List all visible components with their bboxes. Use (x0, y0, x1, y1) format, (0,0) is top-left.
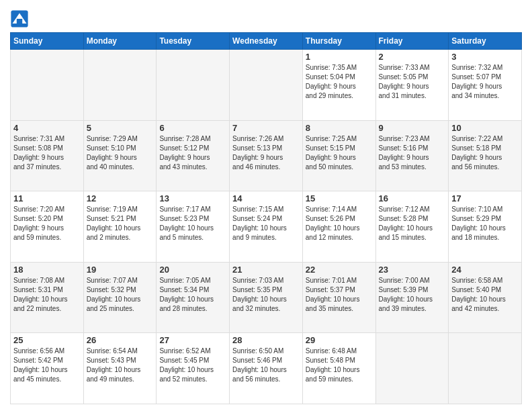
day-number: 28 (232, 335, 300, 345)
day-number: 3 (451, 52, 519, 62)
day-info: Sunrise: 6:52 AM Sunset: 5:45 PM Dayligh… (159, 347, 226, 384)
calendar-cell: 5Sunrise: 7:29 AM Sunset: 5:10 PM Daylig… (83, 120, 157, 191)
weekday-header-row: SundayMondayTuesdayWednesdayThursdayFrid… (11, 33, 522, 50)
day-info: Sunrise: 6:56 AM Sunset: 5:42 PM Dayligh… (13, 347, 81, 384)
day-number: 11 (13, 193, 81, 203)
weekday-header-sunday: Sunday (11, 33, 84, 50)
day-number: 27 (159, 335, 226, 345)
calendar-cell (375, 333, 449, 404)
day-number: 12 (87, 193, 154, 203)
day-number: 2 (379, 52, 446, 62)
calendar-table: SundayMondayTuesdayWednesdayThursdayFrid… (10, 32, 522, 404)
day-number: 19 (87, 265, 154, 275)
calendar-cell: 29Sunrise: 6:48 AM Sunset: 5:48 PM Dayli… (302, 333, 375, 404)
day-number: 8 (306, 123, 373, 133)
day-number: 5 (87, 123, 154, 133)
day-info: Sunrise: 7:23 AM Sunset: 5:16 PM Dayligh… (379, 134, 446, 172)
day-info: Sunrise: 7:33 AM Sunset: 5:05 PM Dayligh… (379, 63, 446, 101)
calendar-cell: 26Sunrise: 6:54 AM Sunset: 5:43 PM Dayli… (83, 333, 157, 404)
day-number: 4 (13, 123, 81, 133)
calendar-cell: 3Sunrise: 7:32 AM Sunset: 5:07 PM Daylig… (449, 50, 522, 121)
day-info: Sunrise: 7:05 AM Sunset: 5:34 PM Dayligh… (159, 276, 226, 314)
calendar-cell: 27Sunrise: 6:52 AM Sunset: 5:45 PM Dayli… (157, 333, 230, 404)
calendar-cell: 14Sunrise: 7:15 AM Sunset: 5:24 PM Dayli… (230, 191, 303, 263)
calendar-cell: 17Sunrise: 7:10 AM Sunset: 5:29 PM Dayli… (449, 191, 522, 263)
calendar-cell: 18Sunrise: 7:08 AM Sunset: 5:31 PM Dayli… (11, 262, 84, 333)
day-info: Sunrise: 7:12 AM Sunset: 5:28 PM Dayligh… (379, 205, 446, 242)
calendar-cell: 20Sunrise: 7:05 AM Sunset: 5:34 PM Dayli… (157, 262, 230, 333)
page: SundayMondayTuesdayWednesdayThursdayFrid… (0, 0, 532, 411)
weekday-header-monday: Monday (83, 33, 157, 50)
day-info: Sunrise: 7:19 AM Sunset: 5:21 PM Dayligh… (87, 205, 154, 242)
day-info: Sunrise: 7:08 AM Sunset: 5:31 PM Dayligh… (13, 276, 81, 314)
calendar-cell (449, 333, 522, 404)
day-info: Sunrise: 7:07 AM Sunset: 5:32 PM Dayligh… (87, 276, 154, 314)
day-info: Sunrise: 7:32 AM Sunset: 5:07 PM Dayligh… (451, 63, 519, 101)
day-info: Sunrise: 6:54 AM Sunset: 5:43 PM Dayligh… (87, 347, 154, 384)
day-info: Sunrise: 7:10 AM Sunset: 5:29 PM Dayligh… (451, 205, 519, 242)
calendar-cell (157, 50, 230, 121)
calendar-cell: 13Sunrise: 7:17 AM Sunset: 5:23 PM Dayli… (157, 191, 230, 263)
day-info: Sunrise: 6:48 AM Sunset: 5:48 PM Dayligh… (306, 347, 373, 384)
weekday-header-saturday: Saturday (449, 33, 522, 50)
calendar-cell: 1Sunrise: 7:35 AM Sunset: 5:04 PM Daylig… (302, 50, 375, 121)
day-info: Sunrise: 7:35 AM Sunset: 5:04 PM Dayligh… (306, 63, 373, 101)
day-number: 21 (232, 265, 300, 275)
day-info: Sunrise: 6:58 AM Sunset: 5:40 PM Dayligh… (451, 276, 519, 314)
day-info: Sunrise: 7:00 AM Sunset: 5:39 PM Dayligh… (379, 276, 446, 314)
calendar-cell: 7Sunrise: 7:26 AM Sunset: 5:13 PM Daylig… (230, 120, 303, 191)
day-info: Sunrise: 7:20 AM Sunset: 5:20 PM Dayligh… (13, 205, 81, 242)
week-row-3: 11Sunrise: 7:20 AM Sunset: 5:20 PM Dayli… (11, 191, 522, 263)
weekday-header-friday: Friday (375, 33, 449, 50)
day-number: 26 (87, 335, 154, 345)
day-info: Sunrise: 7:17 AM Sunset: 5:23 PM Dayligh… (159, 205, 226, 242)
day-number: 6 (159, 123, 226, 133)
day-number: 10 (451, 123, 519, 133)
weekday-header-wednesday: Wednesday (230, 33, 303, 50)
week-row-5: 25Sunrise: 6:56 AM Sunset: 5:42 PM Dayli… (11, 333, 522, 404)
svg-rect-2 (17, 19, 22, 24)
day-number: 13 (159, 193, 226, 203)
weekday-header-thursday: Thursday (302, 33, 375, 50)
calendar-cell: 6Sunrise: 7:28 AM Sunset: 5:12 PM Daylig… (157, 120, 230, 191)
day-info: Sunrise: 7:03 AM Sunset: 5:35 PM Dayligh… (232, 276, 300, 314)
calendar-cell: 10Sunrise: 7:22 AM Sunset: 5:18 PM Dayli… (449, 120, 522, 191)
calendar-cell: 8Sunrise: 7:25 AM Sunset: 5:15 PM Daylig… (302, 120, 375, 191)
calendar-cell (83, 50, 157, 121)
day-number: 22 (306, 265, 373, 275)
calendar-cell: 15Sunrise: 7:14 AM Sunset: 5:26 PM Dayli… (302, 191, 375, 263)
calendar-cell (11, 50, 84, 121)
week-row-4: 18Sunrise: 7:08 AM Sunset: 5:31 PM Dayli… (11, 262, 522, 333)
day-number: 1 (306, 52, 373, 62)
day-number: 14 (232, 193, 300, 203)
calendar-cell: 16Sunrise: 7:12 AM Sunset: 5:28 PM Dayli… (375, 191, 449, 263)
calendar-cell: 28Sunrise: 6:50 AM Sunset: 5:46 PM Dayli… (230, 333, 303, 404)
calendar-cell: 25Sunrise: 6:56 AM Sunset: 5:42 PM Dayli… (11, 333, 84, 404)
day-number: 20 (159, 265, 226, 275)
weekday-header-tuesday: Tuesday (157, 33, 230, 50)
header (10, 7, 522, 28)
week-row-1: 1Sunrise: 7:35 AM Sunset: 5:04 PM Daylig… (11, 50, 522, 121)
day-number: 7 (232, 123, 300, 133)
calendar-cell: 2Sunrise: 7:33 AM Sunset: 5:05 PM Daylig… (375, 50, 449, 121)
day-info: Sunrise: 7:22 AM Sunset: 5:18 PM Dayligh… (451, 134, 519, 172)
day-number: 29 (306, 335, 373, 345)
calendar-cell (230, 50, 303, 121)
day-number: 9 (379, 123, 446, 133)
day-info: Sunrise: 7:01 AM Sunset: 5:37 PM Dayligh… (306, 276, 373, 314)
day-info: Sunrise: 7:14 AM Sunset: 5:26 PM Dayligh… (306, 205, 373, 242)
day-info: Sunrise: 6:50 AM Sunset: 5:46 PM Dayligh… (232, 347, 300, 384)
calendar-cell: 21Sunrise: 7:03 AM Sunset: 5:35 PM Dayli… (230, 262, 303, 333)
day-info: Sunrise: 7:25 AM Sunset: 5:15 PM Dayligh… (306, 134, 373, 172)
day-info: Sunrise: 7:15 AM Sunset: 5:24 PM Dayligh… (232, 205, 300, 242)
calendar-cell: 22Sunrise: 7:01 AM Sunset: 5:37 PM Dayli… (302, 262, 375, 333)
calendar-cell: 11Sunrise: 7:20 AM Sunset: 5:20 PM Dayli… (11, 191, 84, 263)
calendar-cell: 4Sunrise: 7:31 AM Sunset: 5:08 PM Daylig… (11, 120, 84, 191)
calendar-cell: 12Sunrise: 7:19 AM Sunset: 5:21 PM Dayli… (83, 191, 157, 263)
logo-icon (10, 9, 29, 28)
day-info: Sunrise: 7:29 AM Sunset: 5:10 PM Dayligh… (87, 134, 154, 172)
day-number: 16 (379, 193, 446, 203)
calendar-cell: 9Sunrise: 7:23 AM Sunset: 5:16 PM Daylig… (375, 120, 449, 191)
day-number: 25 (13, 335, 81, 345)
week-row-2: 4Sunrise: 7:31 AM Sunset: 5:08 PM Daylig… (11, 120, 522, 191)
